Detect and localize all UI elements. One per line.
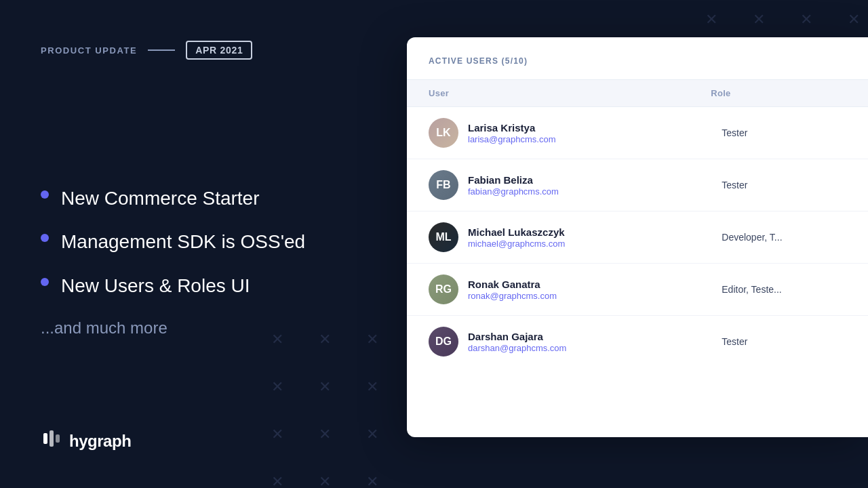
user-role-td: Developer, T... xyxy=(700,211,868,264)
date-badge: APR 2021 xyxy=(186,41,252,60)
user-role-td: Tester xyxy=(700,316,868,368)
product-update-bar: PRODUCT UPDATE APR 2021 xyxy=(41,41,366,60)
user-info: Fabian Beliza fabian@graphcms.com xyxy=(468,174,559,197)
avatar: FB xyxy=(429,170,458,200)
user-cell-td: FB Fabian Beliza fabian@graphcms.com xyxy=(407,159,700,211)
table-row[interactable]: RG Ronak Ganatra ronak@graphcms.com Edit… xyxy=(407,264,868,316)
user-email: ronak@graphcms.com xyxy=(468,291,557,301)
user-info: Ronak Ganatra ronak@graphcms.com xyxy=(468,278,557,302)
feature-item: Management SDK is OSS'ed xyxy=(41,220,366,264)
feature-text: New Users & Roles UI xyxy=(61,274,250,298)
user-cell: LK Larisa Kristya larisa@graphcms.com xyxy=(429,118,678,148)
user-email: michael@graphcms.com xyxy=(468,239,565,249)
avatar: LK xyxy=(429,118,458,148)
right-panel: ACTIVE USERS (5/10) User Role LK Larisa … xyxy=(407,0,868,488)
user-cell-td: RG Ronak Ganatra ronak@graphcms.com xyxy=(407,264,700,316)
feature-text: Management SDK is OSS'ed xyxy=(61,230,305,254)
table-row[interactable]: ML Michael Lukaszczyk michael@graphcms.c… xyxy=(407,211,868,264)
table-row[interactable]: FB Fabian Beliza fabian@graphcms.com Tes… xyxy=(407,159,868,211)
update-line-divider xyxy=(148,49,175,51)
user-cell-td: LK Larisa Kristya larisa@graphcms.com xyxy=(407,107,700,159)
table-row[interactable]: DG Darshan Gajara darshan@graphcms.com T… xyxy=(407,316,868,368)
user-name: Ronak Ganatra xyxy=(468,278,557,291)
user-info: Darshan Gajara darshan@graphcms.com xyxy=(468,330,566,354)
col-header-user: User xyxy=(407,80,700,107)
features-list: New Commerce Starter Management SDK is O… xyxy=(41,87,366,428)
user-email: larisa@graphcms.com xyxy=(468,134,556,144)
more-text: ...and much more xyxy=(41,319,366,338)
avatar: RG xyxy=(429,274,458,304)
svg-rect-0 xyxy=(43,433,47,444)
card-title: ACTIVE USERS (5/10) xyxy=(407,56,868,79)
user-cell-td: ML Michael Lukaszczyk michael@graphcms.c… xyxy=(407,211,700,264)
table-row[interactable]: LK Larisa Kristya larisa@graphcms.com Te… xyxy=(407,107,868,159)
bullet-icon xyxy=(41,234,49,242)
user-role: Developer, T... xyxy=(722,232,782,243)
user-role-td: Tester xyxy=(700,159,868,211)
feature-item: New Commerce Starter xyxy=(41,177,366,220)
users-card: ACTIVE USERS (5/10) User Role LK Larisa … xyxy=(407,37,868,437)
left-panel: PRODUCT UPDATE APR 2021 New Commerce Sta… xyxy=(0,0,407,488)
bullet-icon xyxy=(41,190,49,199)
user-role-td: Editor, Teste... xyxy=(700,264,868,316)
user-name: Larisa Kristya xyxy=(468,121,556,135)
user-cell-td: DG Darshan Gajara darshan@graphcms.com xyxy=(407,316,700,368)
svg-rect-2 xyxy=(56,434,60,443)
user-info: Michael Lukaszczyk michael@graphcms.com xyxy=(468,226,565,249)
logo-text: hygraph xyxy=(69,432,131,451)
col-header-role: Role xyxy=(700,80,868,107)
user-name: Fabian Beliza xyxy=(468,174,559,187)
user-name: Michael Lukaszczyk xyxy=(468,226,565,239)
users-table: User Role LK Larisa Kristya larisa@graph… xyxy=(407,79,868,367)
product-update-label: PRODUCT UPDATE xyxy=(41,45,137,56)
user-role-td: Tester xyxy=(700,107,868,159)
user-role: Tester xyxy=(722,336,747,347)
user-name: Darshan Gajara xyxy=(468,330,566,344)
avatar: DG xyxy=(429,327,458,357)
user-cell: RG Ronak Ganatra ronak@graphcms.com xyxy=(429,274,678,304)
user-cell: FB Fabian Beliza fabian@graphcms.com xyxy=(429,170,678,200)
hygraph-logo-icon xyxy=(41,428,62,454)
user-info: Larisa Kristya larisa@graphcms.com xyxy=(468,121,556,145)
user-role: Editor, Teste... xyxy=(722,284,781,295)
avatar: ML xyxy=(429,222,458,252)
user-email: darshan@graphcms.com xyxy=(468,343,566,353)
users-table-body: LK Larisa Kristya larisa@graphcms.com Te… xyxy=(407,107,868,368)
user-cell: DG Darshan Gajara darshan@graphcms.com xyxy=(429,327,678,357)
user-role: Tester xyxy=(722,127,747,138)
user-email: fabian@graphcms.com xyxy=(468,186,559,197)
feature-text: New Commerce Starter xyxy=(61,186,260,211)
user-role: Tester xyxy=(722,180,747,190)
table-header: User Role xyxy=(407,80,868,107)
feature-item: New Users & Roles UI xyxy=(41,264,366,308)
logo-area: hygraph xyxy=(41,428,366,454)
user-cell: ML Michael Lukaszczyk michael@graphcms.c… xyxy=(429,222,678,252)
svg-rect-1 xyxy=(50,430,54,447)
bullet-icon xyxy=(41,278,49,286)
